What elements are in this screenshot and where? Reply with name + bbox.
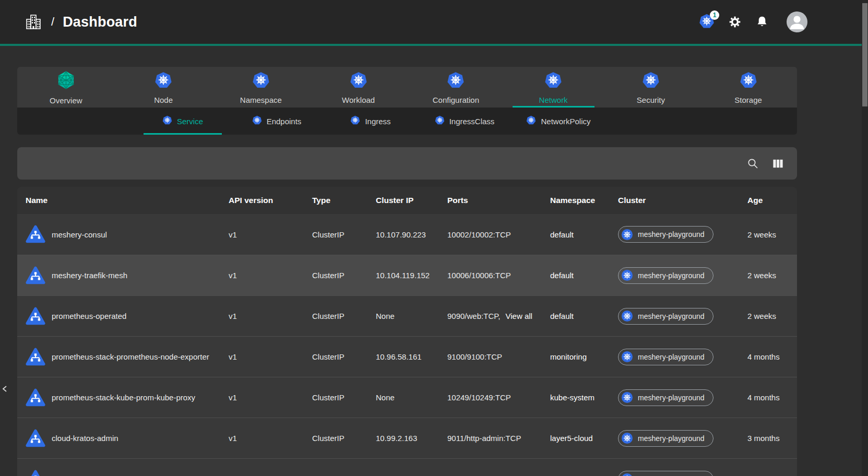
age-value: 2 weeks <box>747 271 797 280</box>
cluster-chip[interactable]: meshery-playground <box>618 430 714 447</box>
column-header-cluster-ip[interactable]: Cluster IP <box>376 196 447 205</box>
tab-network[interactable]: Network <box>505 67 602 108</box>
api-version: v1 <box>229 271 312 280</box>
table-row: meshery- meshery-playground <box>17 458 797 476</box>
service-resource-icon <box>26 429 45 448</box>
tab-workload[interactable]: Workload <box>310 67 407 108</box>
table-row: prometheus-stack-prometheus-node-exporte… <box>17 336 797 377</box>
kubernetes-context-button[interactable]: 1 <box>699 14 715 31</box>
column-header-ports[interactable]: Ports <box>447 196 550 205</box>
cluster-chip[interactable]: meshery-playground <box>618 389 714 406</box>
kubernetes-icon <box>350 115 360 125</box>
cluster-ip: 10.107.90.223 <box>376 230 447 239</box>
subtab-service[interactable]: Service <box>136 108 230 135</box>
scrollbar-thumb[interactable] <box>862 3 867 106</box>
kubernetes-icon <box>621 351 633 363</box>
api-version: v1 <box>229 312 312 320</box>
tab-namespace[interactable]: Namespace <box>212 67 310 108</box>
namespace-link[interactable]: default <box>550 312 574 320</box>
services-table: Name API version Type Cluster IP Ports N… <box>17 187 797 476</box>
namespace-link[interactable]: layer5-cloud <box>550 434 593 443</box>
namespace-link[interactable]: default <box>550 230 574 239</box>
subtab-endpoints[interactable]: Endpoints <box>230 108 324 135</box>
age-value: 2 weeks <box>747 230 797 239</box>
tab-configuration[interactable]: Configuration <box>407 67 505 108</box>
service-type: ClusterIP <box>312 230 376 239</box>
gear-icon <box>728 15 742 29</box>
cluster-ip: None <box>376 312 447 320</box>
service-name: prometheus-operated <box>52 312 126 320</box>
main-content: Overview <box>17 67 797 476</box>
drawer-collapse-button[interactable] <box>0 380 10 398</box>
kubernetes-icon <box>621 473 633 476</box>
kubernetes-icon <box>621 310 633 322</box>
ports-value: 9090/web:TCP, <box>447 312 500 320</box>
api-version: v1 <box>229 230 312 239</box>
table-row: prometheus-stack-kube-prom-kube-proxy v1… <box>17 377 797 418</box>
cluster-chip[interactable]: meshery-playground <box>618 267 714 284</box>
resource-tabs: Overview <box>17 67 797 108</box>
column-header-age[interactable]: Age <box>747 196 797 205</box>
cluster-ip: None <box>376 393 447 402</box>
namespace-link[interactable]: kube-system <box>550 393 594 402</box>
cluster-chip[interactable]: meshery-playground <box>618 471 714 476</box>
cluster-ip: 10.99.2.163 <box>376 434 447 443</box>
service-resource-icon <box>26 224 45 244</box>
subtab-label: Ingress <box>365 117 390 126</box>
tab-label: Workload <box>342 96 375 104</box>
age-value: 3 months <box>747 434 797 443</box>
kubernetes-icon <box>544 72 562 89</box>
column-header-namespace[interactable]: Namespace <box>550 196 618 205</box>
person-icon <box>787 11 807 32</box>
ports-value: 10006/10006:TCP <box>447 271 511 280</box>
service-resource-icon <box>26 347 45 367</box>
service-type: ClusterIP <box>312 352 376 361</box>
service-name: prometheus-stack-prometheus-node-exporte… <box>52 352 209 361</box>
view-columns-button[interactable] <box>770 156 786 171</box>
kubernetes-icon <box>526 115 536 125</box>
cluster-name: meshery-playground <box>638 230 705 239</box>
tab-node[interactable]: Node <box>115 67 212 108</box>
namespace-link[interactable]: default <box>550 271 574 280</box>
cluster-chip[interactable]: meshery-playground <box>618 226 714 243</box>
ports-value: 9011/http-admin:TCP <box>447 434 521 443</box>
table-row: meshery-traefik-mesh v1 ClusterIP 10.104… <box>17 255 797 295</box>
subtab-networkpolicy[interactable]: NetworkPolicy <box>512 108 605 135</box>
namespace-link[interactable]: monitoring <box>550 352 587 361</box>
column-header-api-version[interactable]: API version <box>229 196 312 205</box>
cluster-chip[interactable]: meshery-playground <box>618 349 714 365</box>
tab-security[interactable]: Security <box>602 67 700 108</box>
settings-button[interactable] <box>728 15 742 29</box>
app-root: / Dashboard 1 <box>0 0 868 476</box>
cluster-chip[interactable]: meshery-playground <box>618 308 714 325</box>
subtab-ingressclass[interactable]: IngressClass <box>418 108 512 135</box>
kubernetes-icon <box>642 72 660 89</box>
column-header-type[interactable]: Type <box>312 196 376 205</box>
user-avatar[interactable] <box>787 11 807 32</box>
kubernetes-icon <box>435 115 445 125</box>
service-type: ClusterIP <box>312 434 376 443</box>
kubernetes-icon <box>252 72 270 89</box>
api-version: v1 <box>229 352 312 361</box>
cluster-name: meshery-playground <box>638 434 705 443</box>
api-version: v1 <box>229 393 312 402</box>
service-name: cloud-kratos-admin <box>52 434 118 443</box>
column-header-cluster[interactable]: Cluster <box>618 196 747 205</box>
search-button[interactable] <box>745 156 760 171</box>
tab-overview[interactable]: Overview <box>17 67 115 108</box>
view-all-ports-link[interactable]: View all <box>505 312 532 320</box>
tab-label: Overview <box>50 96 82 105</box>
kubernetes-icon <box>621 391 633 403</box>
cluster-name: meshery-playground <box>638 394 705 402</box>
notifications-button[interactable] <box>755 15 769 29</box>
kubernetes-icon <box>621 229 633 241</box>
service-name: meshery-consul <box>52 230 107 239</box>
cluster-ip: 10.104.119.152 <box>376 271 447 280</box>
table-toolbar <box>17 147 797 180</box>
service-resource-icon <box>26 388 45 408</box>
subtab-ingress[interactable]: Ingress <box>324 108 418 135</box>
column-header-name[interactable]: Name <box>17 196 229 205</box>
age-value: 4 months <box>747 393 797 402</box>
table-body: meshery-consul v1 ClusterIP 10.107.90.22… <box>17 214 797 476</box>
tab-storage[interactable]: Storage <box>699 67 797 108</box>
